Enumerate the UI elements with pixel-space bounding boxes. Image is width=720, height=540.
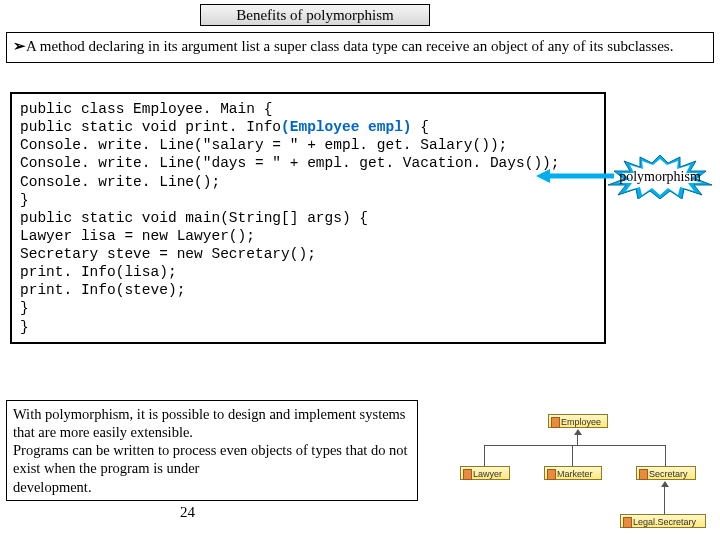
code-param-highlight: (Employee empl)	[281, 119, 412, 135]
callout-label: polymorphism	[619, 169, 701, 185]
code-line: {	[412, 119, 429, 135]
svg-marker-1	[536, 169, 550, 183]
uml-class-employee: Employee	[548, 414, 608, 428]
code-line: public class Employee. Main {	[20, 101, 272, 117]
code-line: Lawyer lisa = new Lawyer();	[20, 228, 255, 244]
polymorphism-callout: polymorphism	[608, 155, 712, 199]
code-line: Console. write. Line();	[20, 174, 220, 190]
uml-connector	[577, 435, 578, 445]
code-line: Console. write. Line("salary = " + empl.…	[20, 137, 507, 153]
callout-arrow-icon	[536, 166, 616, 186]
intro-text: A method declaring in its argument list …	[26, 38, 673, 54]
code-line: print. Info(lisa);	[20, 264, 177, 280]
slide-title: Benefits of polymorphism	[236, 7, 394, 24]
uml-connector	[484, 445, 485, 466]
uml-class-secretary: Secretary	[636, 466, 696, 480]
uml-class-lawyer: Lawyer	[460, 466, 510, 480]
uml-label: Legal.Secretary	[633, 517, 696, 527]
uml-connector	[665, 445, 666, 466]
uml-diagram: Employee Lawyer Marketer Secretary Legal…	[452, 414, 712, 534]
uml-label: Marketer	[557, 469, 593, 479]
uml-connector	[484, 445, 666, 446]
code-line: Secretary steve = new Secretary();	[20, 246, 316, 262]
uml-class-marketer: Marketer	[544, 466, 602, 480]
uml-arrowhead-icon	[574, 429, 582, 435]
code-line: public static void print. Info	[20, 119, 281, 135]
uml-class-legal-secretary: Legal.Secretary	[620, 514, 706, 528]
slide-title-box: Benefits of polymorphism	[200, 4, 430, 26]
code-line: public static void main(String[] args) {	[20, 210, 368, 226]
bullet-arrow-icon: ➢	[13, 37, 26, 54]
code-line: }	[20, 192, 29, 208]
uml-connector	[664, 487, 665, 514]
uml-label: Lawyer	[473, 469, 502, 479]
code-block: public class Employee. Main { public sta…	[10, 92, 606, 344]
uml-arrowhead-icon	[661, 481, 669, 487]
code-line: Console. write. Line("days = " + empl. g…	[20, 155, 560, 171]
code-line: print. Info(steve);	[20, 282, 185, 298]
uml-label: Employee	[561, 417, 601, 427]
uml-connector	[572, 445, 573, 466]
page-number: 24	[180, 504, 195, 521]
summary-paragraph: With polymorphism, it is possible to des…	[6, 400, 418, 501]
code-line: }	[20, 300, 29, 316]
uml-label: Secretary	[649, 469, 688, 479]
intro-paragraph: ➢A method declaring in its argument list…	[6, 32, 714, 63]
summary-text: With polymorphism, it is possible to des…	[13, 406, 408, 495]
code-line: }	[20, 319, 29, 335]
